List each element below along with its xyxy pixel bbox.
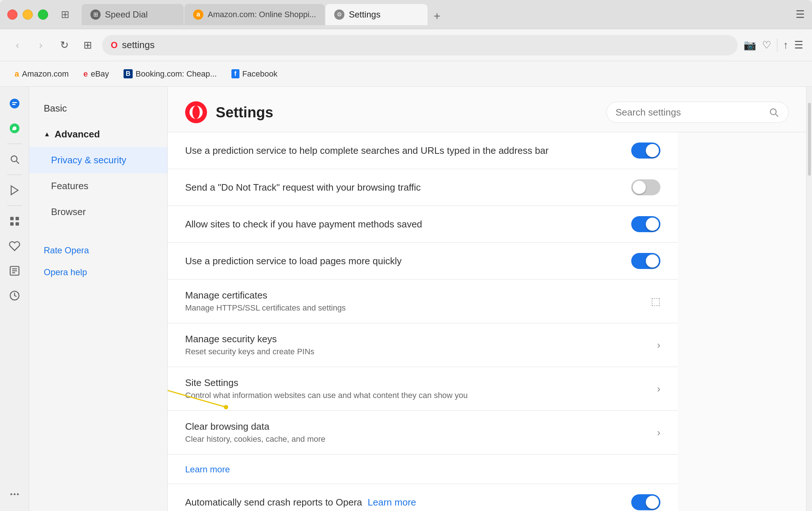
sidebar-apps-icon[interactable]: ⊞ [54, 5, 76, 24]
setting-text-do-not-track: Send a "Do Not Track" request with your … [185, 182, 631, 193]
svg-line-3 [16, 161, 19, 164]
crash-reports-learn-more[interactable]: Learn more [368, 497, 416, 508]
sidebar-icon-more[interactable] [4, 483, 26, 505]
sidebar-icon-news[interactable] [4, 179, 26, 201]
search-settings-container[interactable] [606, 102, 789, 123]
settings-nav-basic[interactable]: Basic [29, 95, 167, 121]
sidebar-icons [0, 87, 29, 511]
setting-label-manage-certificates: Manage certificates [185, 290, 651, 301]
settings-content: Settings Use a prediction service to hel… [168, 87, 806, 511]
scrollbar-thumb[interactable] [808, 103, 811, 176]
setting-label-prediction-search: Use a prediction service to help complet… [185, 145, 631, 156]
toggle-prediction-search[interactable] [631, 143, 660, 159]
settings-header: Settings [168, 87, 806, 132]
toggle-payment-methods[interactable] [631, 216, 660, 232]
browser-window: ⊞ ⊞ Speed Dial a Amazon.com: Online Shop… [0, 0, 812, 511]
advanced-label: Advanced [55, 129, 100, 140]
opera-help-link[interactable]: Opera help [29, 261, 167, 283]
bookmark-amazon[interactable]: a Amazon.com [9, 66, 75, 82]
titlebar-actions: ☰ [796, 8, 805, 20]
sidebar-divider-3 [7, 206, 22, 206]
settings-icon[interactable]: ☰ [794, 39, 803, 51]
setting-text-manage-security-keys: Manage security keys Reset security keys… [185, 333, 657, 356]
setting-sublabel-site-settings: Control what information websites can us… [185, 391, 657, 400]
back-button[interactable]: ‹ [9, 36, 26, 54]
setting-action-manage-certificates: ⬚ [651, 295, 660, 307]
rate-opera-link[interactable]: Rate Opera [29, 239, 167, 261]
traffic-lights [7, 9, 48, 20]
sidebar-icon-search[interactable] [4, 148, 26, 170]
setting-label-clear-browsing-data: Clear browsing data [185, 421, 657, 432]
camera-icon[interactable]: 📷 [743, 39, 756, 51]
opera-logo-small: O [111, 40, 118, 50]
svg-point-20 [770, 109, 776, 115]
settings-nav-features[interactable]: Features [29, 173, 167, 199]
tab-speed-dial[interactable]: ⊞ Speed Dial [82, 4, 184, 25]
external-link-icon: ⬚ [651, 295, 660, 307]
speed-dial-tab-icon: ⊞ [90, 9, 101, 20]
learn-more-standalone-row: Learn more [168, 455, 678, 484]
sidebar-icon-chat[interactable] [4, 93, 26, 114]
setting-text-manage-certificates: Manage certificates Manage HTTPS/SSL cer… [185, 290, 651, 313]
main-content: Basic ▲ Advanced Privacy & security Feat… [0, 87, 812, 511]
learn-more-link[interactable]: Learn more [185, 464, 230, 474]
svg-line-22 [168, 378, 226, 407]
settings-nav-browser[interactable]: Browser [29, 199, 167, 225]
minimize-button[interactable] [23, 9, 33, 20]
tab-settings[interactable]: ⚙ Settings [325, 4, 428, 25]
setting-action-prediction-search [631, 143, 660, 159]
settings-nav-advanced[interactable]: ▲ Advanced [29, 121, 167, 147]
setting-row-manage-certificates[interactable]: Manage certificates Manage HTTPS/SSL cer… [168, 280, 678, 323]
tabs-area: ⊞ Speed Dial a Amazon.com: Online Shoppi… [82, 4, 790, 25]
bookmark-booking[interactable]: B Booking.com: Cheap... [118, 66, 223, 82]
setting-sublabel-clear-browsing-data: Clear history, cookies, cache, and more [185, 434, 657, 444]
sidebar-icon-whatsapp[interactable] [4, 117, 26, 139]
chevron-right-icon-security-keys: › [657, 339, 660, 351]
svg-rect-7 [10, 222, 13, 226]
sidebar-icon-heart[interactable] [4, 235, 26, 257]
close-button[interactable] [7, 9, 17, 20]
titlebar: ⊞ ⊞ Speed Dial a Amazon.com: Online Shop… [0, 0, 812, 29]
toggle-prediction-pages[interactable] [631, 253, 660, 269]
share-icon[interactable]: ↑ [783, 39, 788, 51]
toggle-crash-reports[interactable] [631, 494, 660, 510]
svg-point-19 [192, 106, 200, 119]
sidebar-icon-apps[interactable] [4, 210, 26, 232]
svg-point-15 [13, 494, 15, 495]
maximize-button[interactable] [38, 9, 48, 20]
bookmark-facebook[interactable]: f Facebook [226, 66, 284, 82]
address-bar[interactable]: O settings [102, 35, 738, 55]
amazon-tab-icon: a [193, 9, 203, 20]
tab-amazon-label: Amazon.com: Online Shoppi... [208, 10, 316, 19]
browser-label: Browser [51, 206, 86, 218]
setting-row-manage-security-keys[interactable]: Manage security keys Reset security keys… [168, 323, 678, 367]
site-settings-container: Site Settings Control what information w… [168, 367, 678, 411]
toolbar-divider [777, 39, 777, 52]
svg-rect-6 [15, 217, 19, 220]
bookmarks-bar: a Amazon.com e eBay B Booking.com: Cheap… [0, 61, 812, 87]
tab-amazon[interactable]: a Amazon.com: Online Shoppi... [184, 4, 325, 25]
setting-text-payment-methods: Allow sites to check if you have payment… [185, 219, 631, 230]
menu-icon[interactable]: ☰ [796, 8, 805, 20]
search-settings-input[interactable] [616, 107, 764, 118]
reload-button[interactable]: ↻ [55, 36, 73, 54]
sidebar-icon-history[interactable] [4, 285, 26, 307]
bookmark-ebay[interactable]: e eBay [78, 66, 115, 82]
toolbar-right: 📷 ♡ ↑ ☰ [743, 39, 803, 52]
setting-row-prediction-pages: Use a prediction service to load pages m… [168, 243, 678, 280]
tab-settings-label: Settings [349, 9, 380, 20]
setting-label-payment-methods: Allow sites to check if you have payment… [185, 219, 631, 230]
forward-button[interactable]: › [32, 36, 50, 54]
home-button[interactable]: ⊞ [79, 36, 96, 54]
toggle-do-not-track[interactable] [631, 179, 660, 195]
favorites-icon[interactable]: ♡ [762, 39, 771, 51]
scrollbar-track[interactable] [806, 87, 812, 511]
setting-label-crash-reports: Automatically send crash reports to Oper… [185, 497, 631, 508]
sidebar-icon-notes[interactable] [4, 260, 26, 282]
setting-row-do-not-track: Send a "Do Not Track" request with your … [168, 169, 678, 206]
setting-row-crash-reports: Automatically send crash reports to Oper… [168, 484, 678, 511]
setting-text-clear-browsing-data: Clear browsing data Clear history, cooki… [185, 421, 657, 444]
settings-nav-privacy[interactable]: Privacy & security [29, 147, 167, 173]
new-tab-button[interactable]: + [428, 8, 446, 25]
settings-tab-icon: ⚙ [334, 9, 344, 20]
